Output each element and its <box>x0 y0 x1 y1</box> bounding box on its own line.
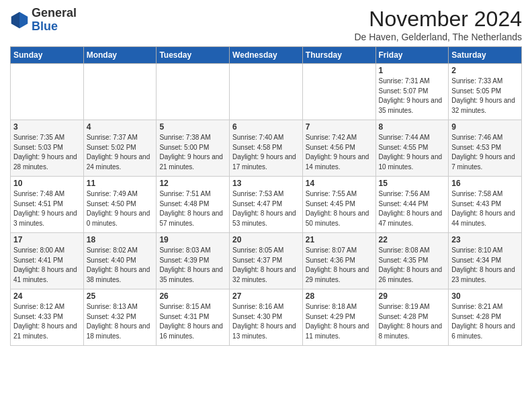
calendar-cell <box>302 64 375 120</box>
day-info: Sunrise: 8:18 AM Sunset: 4:29 PM Dayligh… <box>306 302 373 341</box>
calendar-cell: 17Sunrise: 8:00 AM Sunset: 4:41 PM Dayli… <box>11 233 84 289</box>
day-info: Sunrise: 7:37 AM Sunset: 5:02 PM Dayligh… <box>87 133 154 172</box>
day-number: 22 <box>379 235 446 244</box>
week-row-3: 10Sunrise: 7:48 AM Sunset: 4:51 PM Dayli… <box>11 177 522 233</box>
calendar-cell: 4Sunrise: 7:37 AM Sunset: 5:02 PM Daylig… <box>83 120 157 177</box>
calendar-cell: 26Sunrise: 8:15 AM Sunset: 4:31 PM Dayli… <box>157 289 230 346</box>
calendar-cell: 13Sunrise: 7:53 AM Sunset: 4:47 PM Dayli… <box>230 177 303 233</box>
logo-text: General Blue <box>32 7 77 34</box>
day-number: 1 <box>379 66 446 75</box>
calendar-cell: 25Sunrise: 8:13 AM Sunset: 4:32 PM Dayli… <box>83 289 157 346</box>
day-header-tuesday: Tuesday <box>157 47 230 64</box>
day-number: 17 <box>13 235 81 244</box>
day-info: Sunrise: 8:07 AM Sunset: 4:36 PM Dayligh… <box>306 246 373 285</box>
calendar-cell: 5Sunrise: 7:38 AM Sunset: 5:00 PM Daylig… <box>157 120 230 177</box>
calendar-cell: 28Sunrise: 8:18 AM Sunset: 4:29 PM Dayli… <box>302 289 375 346</box>
calendar-cell: 21Sunrise: 8:07 AM Sunset: 4:36 PM Dayli… <box>302 233 375 289</box>
calendar-table: SundayMondayTuesdayWednesdayThursdayFrid… <box>10 46 522 346</box>
day-info: Sunrise: 7:55 AM Sunset: 4:45 PM Dayligh… <box>306 189 373 228</box>
calendar-cell: 7Sunrise: 7:42 AM Sunset: 4:56 PM Daylig… <box>302 120 375 177</box>
day-number: 27 <box>232 291 300 301</box>
day-info: Sunrise: 7:33 AM Sunset: 5:05 PM Dayligh… <box>451 77 519 116</box>
day-header-sunday: Sunday <box>11 47 84 64</box>
calendar-cell: 30Sunrise: 8:21 AM Sunset: 4:28 PM Dayli… <box>449 289 522 346</box>
day-number: 15 <box>379 179 446 188</box>
day-number: 13 <box>232 179 300 188</box>
logo-icon <box>10 11 29 30</box>
calendar-cell: 23Sunrise: 8:10 AM Sunset: 4:34 PM Dayli… <box>449 233 522 289</box>
day-number: 9 <box>451 122 519 132</box>
day-info: Sunrise: 7:40 AM Sunset: 4:58 PM Dayligh… <box>232 133 300 172</box>
week-row-2: 3Sunrise: 7:35 AM Sunset: 5:03 PM Daylig… <box>11 120 522 177</box>
day-number: 24 <box>13 291 81 301</box>
day-info: Sunrise: 8:13 AM Sunset: 4:32 PM Dayligh… <box>87 302 154 341</box>
svg-marker-1 <box>19 12 28 29</box>
logo: General Blue <box>10 7 77 34</box>
calendar-cell: 8Sunrise: 7:44 AM Sunset: 4:55 PM Daylig… <box>375 120 449 177</box>
day-number: 3 <box>13 122 81 132</box>
day-number: 12 <box>159 179 226 188</box>
day-number: 4 <box>87 122 154 132</box>
day-info: Sunrise: 7:51 AM Sunset: 4:48 PM Dayligh… <box>159 189 226 228</box>
calendar-cell: 6Sunrise: 7:40 AM Sunset: 4:58 PM Daylig… <box>230 120 303 177</box>
day-header-saturday: Saturday <box>449 47 522 64</box>
day-number: 25 <box>87 291 154 301</box>
day-info: Sunrise: 8:12 AM Sunset: 4:33 PM Dayligh… <box>13 302 81 341</box>
calendar-cell: 29Sunrise: 8:19 AM Sunset: 4:28 PM Dayli… <box>375 289 449 346</box>
week-row-4: 17Sunrise: 8:00 AM Sunset: 4:41 PM Dayli… <box>11 233 522 289</box>
header-row: SundayMondayTuesdayWednesdayThursdayFrid… <box>11 47 522 64</box>
calendar-cell: 12Sunrise: 7:51 AM Sunset: 4:48 PM Dayli… <box>157 177 230 233</box>
day-info: Sunrise: 8:16 AM Sunset: 4:30 PM Dayligh… <box>232 302 300 341</box>
day-number: 19 <box>159 235 226 244</box>
day-info: Sunrise: 7:58 AM Sunset: 4:43 PM Dayligh… <box>451 189 519 228</box>
calendar-cell <box>157 64 230 120</box>
location: De Haven, Gelderland, The Netherlands <box>354 32 522 42</box>
calendar-cell: 18Sunrise: 8:02 AM Sunset: 4:40 PM Dayli… <box>83 233 157 289</box>
day-info: Sunrise: 7:44 AM Sunset: 4:55 PM Dayligh… <box>379 133 446 172</box>
day-number: 7 <box>306 122 373 132</box>
calendar-cell: 27Sunrise: 8:16 AM Sunset: 4:30 PM Dayli… <box>230 289 303 346</box>
day-info: Sunrise: 7:53 AM Sunset: 4:47 PM Dayligh… <box>232 189 300 228</box>
calendar-cell <box>230 64 303 120</box>
day-number: 14 <box>306 179 373 188</box>
calendar-cell: 24Sunrise: 8:12 AM Sunset: 4:33 PM Dayli… <box>11 289 84 346</box>
calendar-cell: 1Sunrise: 7:31 AM Sunset: 5:07 PM Daylig… <box>375 64 449 120</box>
day-info: Sunrise: 8:08 AM Sunset: 4:35 PM Dayligh… <box>379 246 446 285</box>
day-info: Sunrise: 7:38 AM Sunset: 5:00 PM Dayligh… <box>159 133 226 172</box>
day-number: 18 <box>87 235 154 244</box>
day-info: Sunrise: 8:00 AM Sunset: 4:41 PM Dayligh… <box>13 246 81 285</box>
day-info: Sunrise: 8:19 AM Sunset: 4:28 PM Dayligh… <box>379 302 446 341</box>
day-info: Sunrise: 7:42 AM Sunset: 4:56 PM Dayligh… <box>306 133 373 172</box>
week-row-1: 1Sunrise: 7:31 AM Sunset: 5:07 PM Daylig… <box>11 64 522 120</box>
day-info: Sunrise: 8:05 AM Sunset: 4:37 PM Dayligh… <box>232 246 300 285</box>
week-row-5: 24Sunrise: 8:12 AM Sunset: 4:33 PM Dayli… <box>11 289 522 346</box>
day-number: 8 <box>379 122 446 132</box>
day-info: Sunrise: 8:10 AM Sunset: 4:34 PM Dayligh… <box>451 246 519 285</box>
day-number: 20 <box>232 235 300 244</box>
day-number: 6 <box>232 122 300 132</box>
day-info: Sunrise: 7:48 AM Sunset: 4:51 PM Dayligh… <box>13 189 81 228</box>
day-number: 30 <box>451 291 519 301</box>
day-number: 2 <box>451 66 519 75</box>
month-title: November 2024 <box>354 7 522 32</box>
day-number: 5 <box>159 122 226 132</box>
day-info: Sunrise: 8:02 AM Sunset: 4:40 PM Dayligh… <box>87 246 154 285</box>
calendar-cell <box>11 64 84 120</box>
calendar-cell: 22Sunrise: 8:08 AM Sunset: 4:35 PM Dayli… <box>375 233 449 289</box>
day-info: Sunrise: 7:31 AM Sunset: 5:07 PM Dayligh… <box>379 77 446 116</box>
day-number: 28 <box>306 291 373 301</box>
day-number: 23 <box>451 235 519 244</box>
day-info: Sunrise: 7:46 AM Sunset: 4:53 PM Dayligh… <box>451 133 519 172</box>
day-number: 26 <box>159 291 226 301</box>
calendar-cell: 3Sunrise: 7:35 AM Sunset: 5:03 PM Daylig… <box>11 120 84 177</box>
page-header: General Blue November 2024 De Haven, Gel… <box>10 7 522 42</box>
calendar-cell: 2Sunrise: 7:33 AM Sunset: 5:05 PM Daylig… <box>449 64 522 120</box>
day-info: Sunrise: 8:03 AM Sunset: 4:39 PM Dayligh… <box>159 246 226 285</box>
calendar-cell: 16Sunrise: 7:58 AM Sunset: 4:43 PM Dayli… <box>449 177 522 233</box>
day-header-wednesday: Wednesday <box>230 47 303 64</box>
svg-marker-2 <box>11 12 19 29</box>
calendar-cell: 9Sunrise: 7:46 AM Sunset: 4:53 PM Daylig… <box>449 120 522 177</box>
calendar-cell: 10Sunrise: 7:48 AM Sunset: 4:51 PM Dayli… <box>11 177 84 233</box>
day-number: 21 <box>306 235 373 244</box>
day-info: Sunrise: 7:56 AM Sunset: 4:44 PM Dayligh… <box>379 189 446 228</box>
